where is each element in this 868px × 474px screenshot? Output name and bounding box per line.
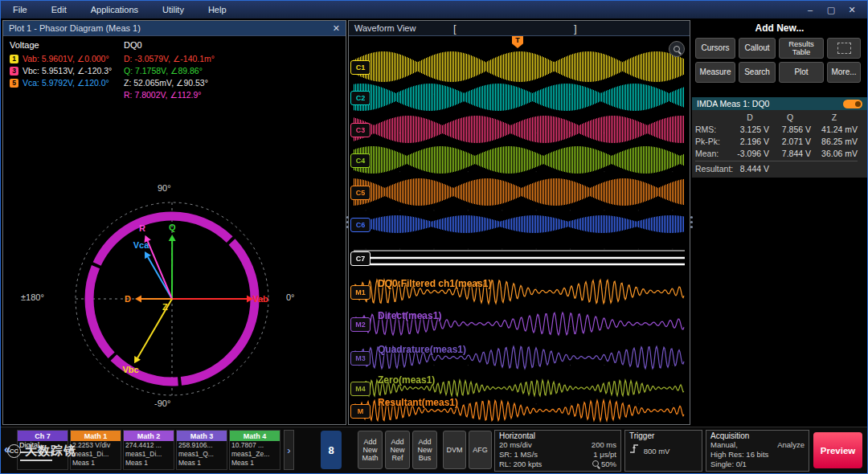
dq0-header: DQ0 xyxy=(124,40,341,50)
waveform-channel-badge[interactable]: C3 xyxy=(350,123,371,137)
waveform-view-panel: Waveform View [ ] C1C2C3C4C5C6C7M1DQ0:Fi… xyxy=(348,20,690,425)
waveform-channel-badge[interactable]: M xyxy=(350,404,371,419)
more-button[interactable]: More... xyxy=(827,62,861,83)
waveform-channel-badge[interactable]: M2 xyxy=(350,317,371,332)
card-header[interactable]: Ch 7 xyxy=(18,431,68,441)
menu-edit[interactable]: Edit xyxy=(39,5,79,14)
channel-3-badge[interactable]: 3 xyxy=(10,67,18,76)
menu-utility[interactable]: Utility xyxy=(150,5,196,14)
waveform-channel-badge[interactable]: C7 xyxy=(350,251,371,266)
waveform-channel-badge[interactable]: C1 xyxy=(350,60,371,75)
card-header[interactable]: Math 1 xyxy=(71,431,121,441)
zoom-bracket-left[interactable]: [ xyxy=(453,22,457,35)
channel-card-math3[interactable]: Math 3 258.9106... meas1_Q... Meas 1 xyxy=(176,430,227,470)
channel-5-badge[interactable]: 5 xyxy=(10,79,18,88)
waveform-channel-badge[interactable]: C4 xyxy=(350,153,371,168)
waveform-canvas[interactable] xyxy=(349,36,690,423)
rms-z: 41.24 mV xyxy=(811,125,858,134)
card-line: Meas 1 xyxy=(124,459,174,468)
left-panel-splitter[interactable] xyxy=(344,203,350,240)
minimize-icon[interactable]: – xyxy=(801,5,819,15)
acquisition-mode: Manual, xyxy=(710,440,738,450)
waveform-channel-badge[interactable]: M4 xyxy=(350,382,371,396)
add-new-math-button[interactable]: Add New Math xyxy=(358,431,383,469)
imda-toggle[interactable] xyxy=(843,100,862,108)
rms-q: 7.856 V xyxy=(769,125,811,134)
dq0-readout-column: DQ0 D: -3.0579V, ∠-140.1m° Q: 7.1758V, ∠… xyxy=(124,40,341,102)
watermark-text: 大数踪镜 xyxy=(25,443,76,459)
waveform-channel-badge[interactable]: M1 xyxy=(350,285,371,300)
vab-readout: Vab: 5.9601V, ∠0.000° xyxy=(23,54,109,63)
trigger-settings-panel[interactable]: Trigger 800 mV xyxy=(624,430,702,472)
mean-d: -3.096 V xyxy=(731,149,769,158)
maximize-icon[interactable]: ▢ xyxy=(822,5,840,15)
svg-text:Q: Q xyxy=(169,223,176,232)
zoom-bracket-right[interactable]: ] xyxy=(574,22,577,35)
close-icon[interactable]: ✕ xyxy=(333,23,340,34)
trace-label: Resultant(meas1) xyxy=(378,397,458,408)
screenshot-button[interactable] xyxy=(827,38,861,59)
card-line: 2.2253 V/div xyxy=(71,441,121,450)
waveform-channel-badge[interactable]: C6 xyxy=(350,218,371,232)
close-icon[interactable]: ✕ xyxy=(843,5,861,15)
acquisition-analyze: Analyze xyxy=(777,440,805,450)
svg-text:Vab: Vab xyxy=(252,294,268,304)
trace-label: DQ0:Filtered ch1(meas1) xyxy=(378,278,491,289)
preview-button[interactable]: Preview xyxy=(813,432,862,468)
menu-file[interactable]: File xyxy=(1,5,39,14)
callout-button[interactable]: Callout xyxy=(739,38,776,59)
card-line: Meas 1 xyxy=(71,459,121,468)
results-table-button[interactable]: Results Table xyxy=(779,38,824,59)
scroll-badges-button[interactable]: › xyxy=(284,430,294,470)
acquisition-settings-panel[interactable]: Acquisition Manual, Analyze High Res: 16… xyxy=(706,430,809,472)
add-new-panel: Add New... Cursors Callout Results Table… xyxy=(692,20,867,425)
horizontal-title: Horizontal xyxy=(495,431,620,440)
trace-label: Quadrature(meas1) xyxy=(378,344,466,355)
afg-button[interactable]: AFG xyxy=(469,431,492,469)
acquisition-title: Acquisition xyxy=(706,431,809,440)
waveform-titlebar[interactable]: Waveform View [ ] xyxy=(349,21,690,36)
magnifier-icon xyxy=(592,460,599,467)
trace-label: Direct(meas1) xyxy=(378,310,441,321)
mean-z: 36.06 mV xyxy=(811,149,858,158)
horizontal-settings-panel[interactable]: Horizontal 20 ms/div 200 ms SR: 1 MS/s 1… xyxy=(494,430,621,472)
card-header[interactable]: Math 3 xyxy=(177,431,227,441)
waveform-channel-badge[interactable]: M3 xyxy=(350,351,371,366)
add-new-button-grid: Cursors Callout Results Table Measure Se… xyxy=(695,38,861,83)
channel-1-badge[interactable]: 1 xyxy=(10,55,18,63)
plot-button[interactable]: Plot xyxy=(779,62,824,83)
card-header[interactable]: Math 2 xyxy=(124,431,174,441)
add-new-bus-button[interactable]: Add New Bus xyxy=(412,431,437,469)
zoom-button[interactable] xyxy=(669,41,685,57)
horizontal-scale: 20 ms/div xyxy=(499,440,532,450)
add-new-ref-button[interactable]: Add New Ref xyxy=(385,431,410,469)
menu-help[interactable]: Help xyxy=(196,5,239,14)
vca-readout: Vca: 5.9792V, ∠120.0° xyxy=(23,78,109,88)
waveform-channel-badge[interactable]: C2 xyxy=(350,91,371,105)
screenshot-icon xyxy=(837,43,851,54)
channel-card-math2[interactable]: Math 2 274.4412 ... meas1_Di... Meas 1 xyxy=(123,430,174,470)
svg-text:Z: Z xyxy=(162,302,168,312)
dvm-button[interactable]: DVM xyxy=(443,431,466,469)
measure-button[interactable]: Measure xyxy=(695,62,735,83)
phasor-panel-titlebar[interactable]: Plot 1 - Phasor Diagram (Meas 1) ✕ xyxy=(3,21,346,36)
waveform-channel-badge[interactable]: C5 xyxy=(350,186,371,200)
search-button[interactable]: Search xyxy=(739,62,776,83)
cursors-button[interactable]: Cursors xyxy=(695,38,735,59)
card-header[interactable]: Math 4 xyxy=(230,431,280,441)
axis-label-90: 90° xyxy=(158,183,171,193)
right-panel-splitter[interactable] xyxy=(688,203,694,240)
vbc-readout: Vbc: 5.9513V, ∠-120.3° xyxy=(23,66,112,76)
rms-d: 3.125 V xyxy=(731,125,769,134)
sample-interval: 1 μs/pt xyxy=(593,450,616,460)
card-line: 10.7807 ... xyxy=(230,441,280,450)
digital-bus-count-badge[interactable]: 8 xyxy=(321,431,342,469)
col-header-q: Q xyxy=(769,112,811,122)
add-new-title: Add New... xyxy=(692,20,867,34)
zoom-percent: 50% xyxy=(592,460,616,469)
channel-card-math4[interactable]: Math 4 10.7807 ... meas1_Ze... Meas 1 xyxy=(229,430,280,470)
channel-card-math1[interactable]: Math 1 2.2253 V/div meas1_Di... Meas 1 xyxy=(70,430,121,470)
menu-applications[interactable]: Applications xyxy=(79,5,150,14)
axis-label-minus90: -90° xyxy=(154,398,170,408)
imda-measurement-header[interactable]: IMDA Meas 1: DQ0 xyxy=(692,97,867,110)
